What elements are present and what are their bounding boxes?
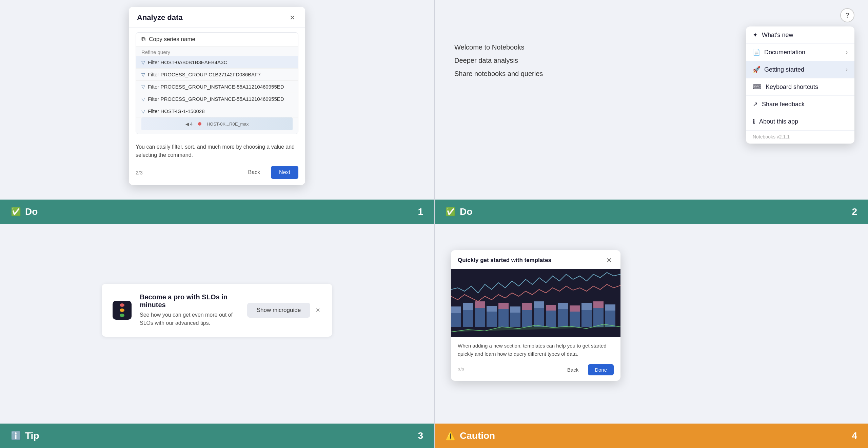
filter-item-0[interactable]: ▽ Filter HOST-0AB0B1B3EAEB4A3C	[136, 56, 298, 69]
section-1-number: 1	[418, 206, 423, 217]
dialog-description: You can easily filter, sort, and much mo…	[129, 139, 305, 162]
share-icon: ↗	[753, 100, 758, 108]
menu-item-share-feedback[interactable]: ↗ Share feedback	[746, 96, 854, 113]
check-circle-icon-1: ✅	[11, 207, 21, 217]
svg-rect-14	[522, 303, 532, 310]
next-button[interactable]: Next	[271, 166, 298, 179]
menu-item-whats-new[interactable]: ✦ What's new	[746, 26, 854, 44]
menu-item-left: ⌨ Keyboard shortcuts	[753, 83, 818, 91]
notebook-link-2[interactable]: Share notebooks and queries	[454, 67, 543, 80]
back-button[interactable]: Back	[241, 166, 268, 179]
svg-rect-22	[570, 305, 580, 312]
svg-rect-13	[522, 310, 532, 327]
menu-item-left: ✦ What's new	[753, 31, 793, 39]
section-2-number: 2	[852, 206, 857, 217]
quadrant-2: Welcome to Notebooks Deeper data analysi…	[434, 0, 868, 200]
section-tip: ℹ️ Tip 3	[0, 424, 434, 448]
chevron-right-icon-2: ›	[846, 67, 848, 73]
dialog-actions: Back Next	[241, 166, 298, 179]
svg-rect-26	[593, 301, 604, 308]
rocket-icon: 🚀	[753, 66, 760, 73]
svg-rect-4	[463, 303, 473, 310]
menu-item-getting-started[interactable]: 🚀 Getting started ›	[746, 61, 854, 78]
dialog-header: Analyze data ✕	[129, 7, 305, 27]
dialog-step: 2/3	[136, 170, 143, 175]
close-button[interactable]: ✕	[288, 13, 297, 22]
notebook-link-0[interactable]: Welcome to Notebooks	[454, 41, 543, 54]
green-light	[120, 314, 124, 317]
svg-rect-19	[558, 309, 568, 327]
chart-label-left: ◀ 4	[185, 122, 193, 127]
filter-item-2[interactable]: ▽ Filter PROCESS_GROUP_INSTANCE-55A11210…	[136, 81, 298, 93]
tip-title: Become a pro with SLOs in minutes	[140, 293, 239, 309]
keyboard-icon: ⌨	[753, 83, 762, 91]
notebook-link-1[interactable]: Deeper data analysis	[454, 54, 543, 67]
section-3-label: Tip	[25, 430, 39, 441]
chart-preview: ◀ 4 HOST-0K...R0E_max	[141, 117, 293, 130]
menu-item-left: ↗ Share feedback	[753, 100, 805, 108]
version-label: Notebooks v2.1.1	[746, 130, 854, 144]
svg-rect-23	[581, 310, 592, 327]
show-microguide-button[interactable]: Show microguide	[247, 303, 310, 318]
menu-label-keyboard: Keyboard shortcuts	[766, 83, 818, 91]
copy-icon: ⧉	[141, 36, 145, 43]
copy-series-item[interactable]: ⧉ Copy series name	[136, 33, 298, 46]
dialog-title: Analyze data	[137, 13, 183, 22]
dialog-footer: 2/3 Back Next	[129, 162, 305, 185]
filter-item-4[interactable]: ▽ Filter HOST-IG-1-150028	[136, 105, 298, 117]
filter-label-3: Filter PROCESS_GROUP_INSTANCE-55A1121046…	[148, 96, 284, 102]
menu-item-left: ℹ About this app	[753, 118, 798, 125]
filter-label-2: Filter PROCESS_GROUP_INSTANCE-55A1121046…	[148, 84, 284, 90]
section-tip-left: ℹ️ Tip	[11, 430, 39, 441]
filter-icon-3: ▽	[141, 96, 145, 102]
svg-rect-15	[534, 308, 544, 327]
menu-item-about[interactable]: ℹ About this app	[746, 113, 854, 130]
section-left-2: ✅ Do	[446, 206, 472, 217]
svg-rect-11	[510, 313, 520, 327]
svg-rect-18	[546, 305, 556, 311]
section-2-label: Do	[460, 206, 472, 217]
svg-rect-7	[487, 312, 497, 327]
menu-label-whats-new: What's new	[762, 32, 793, 39]
template-actions: Back Done	[561, 364, 614, 375]
menu-item-left: 📄 Documentation	[753, 49, 805, 56]
template-description: When adding a new section, templates can…	[451, 337, 620, 361]
section-1-label: Do	[25, 206, 38, 217]
help-button[interactable]: ?	[840, 8, 854, 22]
svg-rect-24	[581, 303, 592, 310]
filter-item-3[interactable]: ▽ Filter PROCESS_GROUP_INSTANCE-55A11210…	[136, 93, 298, 105]
help-dropdown: ✦ What's new 📄 Documentation › 🚀 Getting…	[746, 26, 854, 144]
template-dialog: Quickly get started with templates ✕	[451, 250, 620, 381]
filter-label-4: Filter HOST-IG-1-150028	[148, 108, 205, 114]
template-close-button[interactable]: ✕	[604, 256, 614, 265]
done-button[interactable]: Done	[588, 364, 614, 375]
svg-rect-25	[593, 308, 604, 327]
tip-content: Become a pro with SLOs in minutes See ho…	[140, 293, 239, 327]
tip-description: See how you can get even more out of SLO…	[140, 311, 239, 327]
menu-label-documentation: Documentation	[764, 49, 805, 56]
template-footer: 3/3 Back Done	[451, 361, 620, 381]
column-divider	[434, 0, 435, 448]
context-menu: ⧉ Copy series name Refine query ▽ Filter…	[136, 32, 298, 134]
svg-rect-2	[451, 306, 461, 313]
copy-series-label: Copy series name	[149, 36, 195, 43]
quadrant-1: Analyze data ✕ ⧉ Copy series name Refine…	[0, 0, 434, 200]
menu-label-getting-started: Getting started	[764, 66, 804, 73]
svg-rect-16	[534, 301, 544, 308]
template-dialog-header: Quickly get started with templates ✕	[451, 250, 620, 269]
info-circle-icon: ℹ️	[11, 431, 21, 441]
menu-item-keyboard-shortcuts[interactable]: ⌨ Keyboard shortcuts	[746, 78, 854, 96]
doc-icon: 📄	[753, 49, 760, 56]
section-left: ✅ Do	[11, 206, 38, 217]
svg-rect-1	[451, 313, 461, 327]
menu-item-documentation[interactable]: 📄 Documentation ›	[746, 44, 854, 61]
analyze-data-dialog: Analyze data ✕ ⧉ Copy series name Refine…	[129, 7, 305, 185]
warning-triangle-icon: ⚠️	[446, 431, 456, 441]
svg-rect-12	[510, 306, 520, 313]
dismiss-button[interactable]: ×	[314, 304, 321, 316]
filter-item-1[interactable]: ▽ Filter PROCESS_GROUP-C1B27142FD086BAF7	[136, 69, 298, 81]
tip-icon-area	[113, 301, 132, 320]
template-chart-preview	[451, 269, 620, 337]
template-back-button[interactable]: Back	[561, 364, 585, 375]
sparkle-icon: ✦	[753, 31, 758, 39]
